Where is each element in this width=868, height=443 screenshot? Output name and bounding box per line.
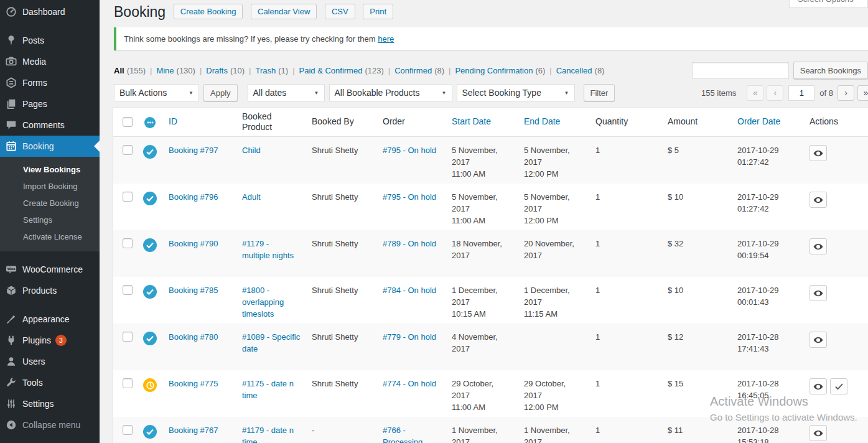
start-date-cell: 5 November, 2017 11:00 AM [447,184,519,230]
view-booking-button[interactable] [810,425,827,441]
filter-button[interactable]: Filter [584,84,615,101]
admin-sidebar: DashboardPostsMediaFormsPagesCommentsBoo… [0,0,100,443]
sidebar-item-media[interactable]: Media [0,51,100,72]
sidebar-item-appearance[interactable]: Appearance [0,309,100,330]
sidebar-subitem-create-booking[interactable]: Create Booking [0,195,100,212]
view-booking-button[interactable] [810,332,827,348]
column-header-label: Order Date [737,116,780,126]
order-link[interactable]: #766 - Processing [383,426,422,443]
booked-product-link[interactable]: #1175 - date n time [242,379,294,400]
order-link[interactable]: #779 - On hold [383,332,436,342]
view-filter-link[interactable]: Cancelled [556,66,592,75]
order-link[interactable]: #789 - On hold [383,239,436,248]
table-row: Booking #796AdultShruti Shetty#795 - On … [113,184,868,230]
booking-id-link[interactable]: Booking #775 [169,379,218,388]
status-cell [138,137,164,184]
sidebar-item-products[interactable]: Products [0,280,100,301]
view-booking-button[interactable] [810,192,827,208]
sidebar-item-tools[interactable]: Tools [0,372,100,393]
search-input[interactable] [692,62,789,79]
row-checkbox[interactable] [123,192,133,202]
order-link[interactable]: #784 - On hold [383,286,436,295]
row-checkbox[interactable] [123,145,133,155]
sidebar-subitem-settings[interactable]: Settings [0,212,100,228]
view-booking-button[interactable] [810,238,827,254]
row-checkbox[interactable] [123,238,133,248]
booking-type-select[interactable]: Select Booking Type ▼ [457,84,575,101]
order-link[interactable]: #795 - On hold [383,192,436,202]
calendar-view-button[interactable]: Calendar View [251,4,317,19]
sidebar-item-users[interactable]: Users [0,351,100,372]
sidebar-item-posts[interactable]: Posts [0,30,100,51]
column-header-end-date[interactable]: End Date [519,116,590,128]
view-booking-button[interactable] [810,378,827,394]
view-filter-link[interactable]: Paid & Confirmed [299,66,363,75]
view-booking-button[interactable] [810,145,827,161]
row-checkbox[interactable] [123,378,133,388]
dates-filter-select[interactable]: All dates ▼ [248,84,325,101]
row-checkbox[interactable] [123,425,133,435]
sidebar-item-forms[interactable]: Forms [0,72,100,93]
chevron-down-icon: ▼ [314,90,319,96]
column-header-order-date[interactable]: Order Date [732,116,805,128]
column-header-quantity: Quantity [590,116,663,128]
status-cell [138,230,164,277]
view-filter-link[interactable]: Mine [156,66,174,75]
sidebar-item-booking[interactable]: Booking [0,136,100,157]
print-button[interactable]: Print [363,4,393,19]
booked-product-link[interactable]: #1089 - Specific date [242,332,300,353]
confirm-booking-button[interactable] [830,378,847,394]
csv-button[interactable]: CSV [325,4,355,19]
next-page-button[interactable]: › [838,85,854,101]
column-header-start-date[interactable]: Start Date [447,116,519,128]
sidebar-subitem-view-bookings[interactable]: View Bookings [0,161,100,178]
view-filter-link[interactable]: Drafts [206,66,228,75]
sidebar-item-settings[interactable]: Settings [0,393,100,414]
view-booking-button[interactable] [810,285,827,301]
sidebar-item-woocommerce[interactable]: WooWooCommerce [0,259,100,280]
view-filter-link[interactable]: Trash [256,66,276,75]
bookable-products-select[interactable]: All Bookable Products ▼ [329,84,452,101]
pages-icon [0,98,22,110]
bulk-actions-select[interactable]: Bulk Actions ▼ [114,84,199,101]
view-filter-link[interactable]: Confirmed [394,66,432,75]
row-checkbox[interactable] [123,285,133,295]
sidebar-item-label: Tools [22,378,43,388]
last-page-button[interactable]: » [857,85,868,101]
notice-here-link[interactable]: here [378,34,394,44]
sidebar-item-dashboard[interactable]: Dashboard [0,1,100,22]
sidebar-item-comments[interactable]: Comments [0,114,100,136]
booked-product-link[interactable]: #1800 - overlapping timeslots [242,286,284,319]
view-filter-link[interactable]: All [114,66,124,75]
booking-id-link[interactable]: Booking #780 [169,332,218,342]
order-link[interactable]: #774 - On hold [383,379,436,388]
row-checkbox[interactable] [123,332,133,342]
booking-id-link[interactable]: Booking #785 [169,286,218,295]
booking-id-link[interactable]: Booking #796 [169,192,218,202]
order-link[interactable]: #795 - On hold [383,146,436,155]
booked-product-link[interactable]: Child [242,146,261,155]
view-filter-link[interactable]: Pending Confirmation [455,66,533,75]
sidebar-item-pages[interactable]: Pages [0,93,100,114]
row-checkbox-cell [113,370,138,417]
column-header-id[interactable]: ID [164,116,237,128]
sidebar-subitem-activate-license[interactable]: Activate License [0,228,100,245]
chevron-down-icon: ▼ [189,90,194,96]
booked-product-link[interactable]: Adult [242,192,261,202]
create-booking-button[interactable]: Create Booking [174,4,243,19]
apply-button[interactable]: Apply [203,84,238,101]
screen-options-tab[interactable]: Screen Options [789,0,868,8]
sidebar-subitem-import-booking[interactable]: Import Booking [0,178,100,195]
current-page-input[interactable] [788,85,814,101]
booking-id-link[interactable]: Booking #797 [169,146,218,155]
select-all-checkbox[interactable] [123,117,133,127]
start-date-cell: 1 November, 2017 [447,417,519,443]
sidebar-item-plugins[interactable]: Plugins3 [0,330,100,351]
booking-id-link[interactable]: Booking #767 [169,426,218,435]
search-bookings-button[interactable]: Search Bookings [793,62,868,79]
sidebar-item-collapse-menu[interactable]: Collapse menu [0,414,100,436]
booked-product-link[interactable]: #1179 - date n time [242,426,294,443]
subnav-row: All(155)Mine(130)Drafts(10)Trash(1)Paid … [114,62,868,79]
booking-id-link[interactable]: Booking #790 [169,239,218,248]
booked-product-link[interactable]: #1179 - multiple nights [242,239,294,260]
